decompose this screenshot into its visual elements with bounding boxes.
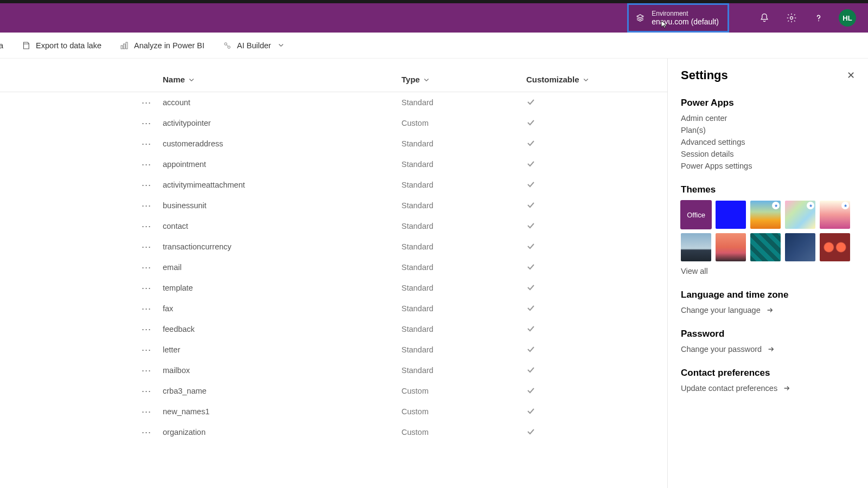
chevron-down-icon [278, 41, 284, 50]
theme-rainbow[interactable]: ★ [785, 201, 815, 229]
theme-blue[interactable] [716, 201, 746, 229]
row-more-icon[interactable]: ··· [130, 200, 163, 211]
table-row: ··· crba3_name Custom [0, 381, 667, 401]
column-header-name[interactable]: Name [163, 75, 401, 84]
row-more-icon[interactable]: ··· [130, 118, 163, 129]
customizable-check-icon [526, 304, 635, 314]
row-more-icon[interactable]: ··· [130, 282, 163, 294]
row-more-icon[interactable]: ··· [130, 365, 163, 376]
link-label: Change your language [681, 306, 761, 314]
table-row: ··· email Standard [0, 257, 667, 278]
environment-label: Environment [652, 10, 719, 17]
table-row: ··· organization Custom [0, 422, 667, 442]
entity-type: Custom [401, 119, 526, 127]
environment-value: enayu.com (default) [652, 17, 719, 26]
settings-link[interactable]: Advanced settings [681, 138, 855, 146]
chevron-down-icon [188, 76, 195, 83]
row-more-icon[interactable]: ··· [130, 262, 163, 273]
theme-circuit[interactable] [750, 233, 781, 261]
update-contact-link[interactable]: Update contact preferences [681, 384, 855, 393]
entity-name[interactable]: transactioncurrency [163, 242, 401, 251]
customizable-check-icon [526, 262, 635, 273]
change-language-link[interactable]: Change your language [681, 306, 855, 314]
entity-name[interactable]: activitypointer [163, 119, 401, 127]
theme-label: Office [681, 201, 711, 229]
row-more-icon[interactable]: ··· [130, 406, 163, 418]
customizable-check-icon [526, 345, 635, 355]
row-more-icon[interactable]: ··· [130, 427, 163, 438]
toolbar-data-button[interactable]: ta [0, 41, 7, 50]
entity-name[interactable]: crba3_name [163, 387, 401, 395]
row-more-icon[interactable]: ··· [130, 97, 163, 108]
entity-name[interactable]: new_names1 [163, 407, 401, 416]
row-more-icon[interactable]: ··· [130, 138, 163, 150]
password-heading: Password [681, 329, 855, 339]
themes-view-all[interactable]: View all [681, 267, 855, 275]
arrow-right-icon [783, 384, 790, 392]
environment-icon [635, 13, 645, 23]
entity-type: Standard [401, 263, 526, 272]
row-more-icon[interactable]: ··· [130, 303, 163, 314]
environment-selector[interactable]: Environment enayu.com (default) [627, 3, 729, 33]
entity-name[interactable]: customeraddress [163, 139, 401, 148]
notifications-icon[interactable] [751, 3, 778, 33]
entity-name[interactable]: organization [163, 428, 401, 436]
theme-sunrise[interactable]: ★ [750, 201, 781, 229]
entity-type: Standard [401, 139, 526, 148]
entity-name[interactable]: appointment [163, 160, 401, 169]
row-more-icon[interactable]: ··· [130, 241, 163, 253]
row-more-icon[interactable]: ··· [130, 159, 163, 170]
svg-rect-2 [124, 44, 125, 49]
contact-heading: Contact preferences [681, 368, 855, 378]
change-password-link[interactable]: Change your password [681, 345, 855, 354]
settings-link[interactable]: Admin center [681, 114, 855, 123]
entity-name[interactable]: letter [163, 345, 401, 354]
toolbar-label: Export to data lake [36, 41, 101, 50]
theme-office[interactable]: Office [681, 201, 711, 229]
settings-panel: Settings ✕ Power Apps Admin centerPlan(s… [667, 59, 868, 488]
theme-warm[interactable]: ★ [820, 201, 850, 229]
close-icon[interactable]: ✕ [847, 69, 855, 81]
svg-rect-3 [126, 42, 127, 49]
toolbar-analyze-button[interactable]: Analyze in Power BI [116, 40, 208, 51]
entity-name[interactable]: account [163, 98, 401, 107]
star-icon: ★ [841, 202, 849, 209]
row-more-icon[interactable]: ··· [130, 179, 163, 191]
entity-name[interactable]: fax [163, 304, 401, 313]
entity-name[interactable]: template [163, 284, 401, 292]
settings-link[interactable]: Session details [681, 150, 855, 158]
row-more-icon[interactable]: ··· [130, 324, 163, 335]
entity-type: Standard [401, 98, 526, 107]
entity-name[interactable]: businessunit [163, 201, 401, 210]
customizable-check-icon [526, 180, 635, 190]
column-header-customizable[interactable]: Customizable [526, 75, 635, 84]
row-more-icon[interactable]: ··· [130, 344, 163, 356]
toolbar-export-button[interactable]: Export to data lake [17, 40, 105, 51]
help-icon[interactable] [805, 3, 832, 33]
row-more-icon[interactable]: ··· [130, 221, 163, 232]
command-bar: ta Export to data lake Analyze in Power … [0, 33, 868, 59]
theme-palms[interactable] [716, 233, 746, 261]
arrow-right-icon [767, 345, 775, 353]
table-row: ··· contact Standard [0, 216, 667, 236]
entity-name[interactable]: contact [163, 222, 401, 230]
settings-icon[interactable] [778, 3, 805, 33]
column-header-type[interactable]: Type [401, 75, 526, 84]
table-row: ··· mailbox Standard [0, 360, 667, 381]
entity-name[interactable]: email [163, 263, 401, 272]
theme-red[interactable] [820, 233, 850, 261]
entity-name[interactable]: feedback [163, 325, 401, 333]
column-label: Name [163, 75, 185, 84]
user-avatar[interactable]: HL [839, 9, 856, 27]
table-row: ··· fax Standard [0, 298, 667, 319]
customizable-check-icon [526, 98, 635, 108]
settings-link[interactable]: Power Apps settings [681, 162, 855, 170]
theme-cliff[interactable] [681, 233, 711, 261]
theme-navy[interactable] [785, 233, 815, 261]
toolbar-aibuilder-button[interactable]: AI Builder [219, 40, 288, 51]
language-heading: Language and time zone [681, 290, 855, 300]
row-more-icon[interactable]: ··· [130, 386, 163, 397]
entity-name[interactable]: activitymimeattachment [163, 181, 401, 189]
settings-link[interactable]: Plan(s) [681, 126, 855, 134]
entity-name[interactable]: mailbox [163, 366, 401, 375]
